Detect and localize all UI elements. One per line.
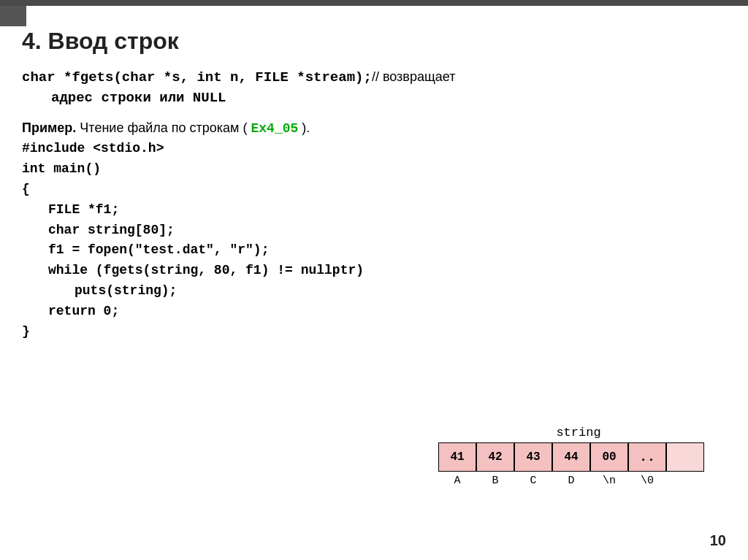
example-link: Ex4_05 — [251, 121, 298, 136]
code-line-0: #include <stdio.h> — [22, 139, 719, 159]
example-line: Пример. Чтение файла по строкам ( Ex4_05… — [22, 120, 719, 136]
example-label: Пример. — [22, 120, 76, 135]
code-line-3: FILE *f1; — [22, 200, 719, 220]
diagram-label-6 — [666, 475, 704, 487]
diagram-label-5: \0 — [628, 475, 666, 487]
code-line-1: int main() — [22, 159, 719, 180]
code-line-6: while (fgets(string, 80, f1) != nullptr) — [22, 261, 719, 281]
func-comment: // возвращает — [372, 69, 456, 85]
diagram-cell-3: 44 — [552, 442, 590, 472]
diagram-label-3: D — [552, 475, 590, 487]
code-block: #include <stdio.h> int main() { FILE *f1… — [22, 139, 719, 342]
diagram-label-1: B — [476, 475, 514, 487]
code-line-7: puts(string); — [22, 281, 719, 302]
diagram-cell-0: 41 — [438, 442, 476, 472]
diagram-cell-1: 42 — [476, 442, 514, 472]
diagram-cell-5: .. — [628, 442, 666, 472]
example-text: Чтение файла по строкам ( — [80, 120, 247, 135]
diagram-cell-6 — [666, 442, 704, 472]
diagram-cell-4: 00 — [590, 442, 628, 472]
diagram-label-2: C — [514, 475, 552, 487]
func-signature: char *fgets(char *s, int n, FILE *stream… — [22, 69, 372, 85]
diagram-table: 41 42 43 44 00 .. — [438, 442, 704, 472]
diagram-labels-row: A B C D \n \0 — [438, 475, 704, 487]
diagram-cell-2: 43 — [514, 442, 552, 472]
code-line-2: { — [22, 180, 719, 200]
slide-title: 4. Ввод строк — [22, 28, 719, 55]
page-number: 10 — [710, 532, 726, 549]
diagram-label-4: \n — [590, 475, 628, 487]
func-indent: адрес строки или NULL — [22, 90, 719, 106]
example-end: ). — [302, 120, 310, 135]
code-line-8: return 0; — [22, 302, 719, 322]
diagram-area: string 41 42 43 44 00 .. A B C D \n \0 — [438, 426, 704, 487]
diagram-table-wrapper: 41 42 43 44 00 .. A B C D \n \0 — [438, 442, 704, 487]
diagram-label: string — [438, 426, 704, 440]
code-line-9: } — [22, 322, 719, 342]
top-bar — [0, 0, 748, 6]
diagram-label-0: A — [438, 475, 476, 487]
code-line-5: f1 = fopen("test.dat", "r"); — [22, 240, 719, 261]
func-signature-line: char *fgets(char *s, int n, FILE *stream… — [22, 69, 719, 88]
code-line-4: char string[80]; — [22, 220, 719, 241]
